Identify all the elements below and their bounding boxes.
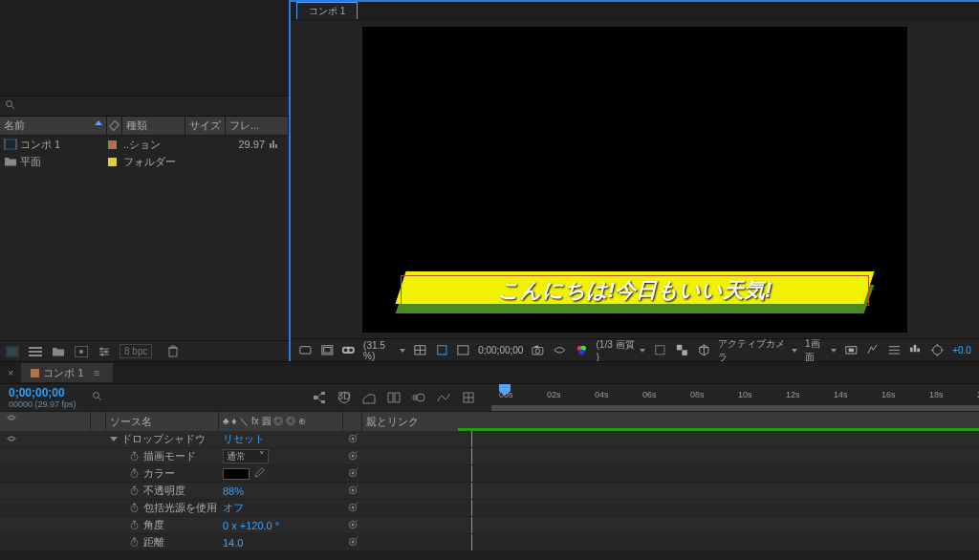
vr-icon[interactable] bbox=[341, 343, 356, 358]
mask-icon[interactable] bbox=[435, 343, 449, 358]
col-tag[interactable] bbox=[107, 117, 122, 135]
motionblur-icon[interactable] bbox=[411, 390, 426, 405]
safe-zones-icon[interactable] bbox=[413, 343, 427, 358]
transparency-icon[interactable] bbox=[675, 343, 689, 358]
resolution-select[interactable]: (1/3 画質 ) bbox=[597, 338, 646, 362]
new-comp-icon[interactable] bbox=[74, 344, 89, 359]
col-fps[interactable]: フレ... bbox=[226, 117, 289, 135]
svg-rect-31 bbox=[438, 346, 446, 355]
view-select[interactable]: 1画面 bbox=[805, 337, 837, 364]
link-icon[interactable] bbox=[347, 450, 359, 463]
col-size[interactable]: サイズ bbox=[185, 117, 226, 135]
layer-icon[interactable] bbox=[320, 343, 335, 358]
current-time[interactable]: 0;00;00;00 bbox=[478, 345, 523, 355]
tab-menu-icon[interactable]: ≡ bbox=[94, 367, 99, 378]
mode-select[interactable]: 通常 ˅ bbox=[223, 449, 269, 463]
source-header[interactable]: ソース名 bbox=[106, 412, 219, 431]
prop-value[interactable]: オフ bbox=[223, 501, 244, 515]
timeline-icon[interactable] bbox=[887, 343, 902, 358]
camera-select[interactable]: アクティブカメラ bbox=[718, 337, 797, 364]
stopwatch-icon[interactable] bbox=[129, 520, 140, 530]
viewer-tab[interactable]: コンポ 1 bbox=[296, 2, 358, 19]
property-row[interactable]: 描画モード通常 ˅ bbox=[0, 448, 979, 465]
project-item-comp[interactable]: コンポ 1 ..ション 29.97 bbox=[0, 136, 289, 153]
project-search-input[interactable] bbox=[20, 100, 284, 112]
link-icon[interactable] bbox=[347, 467, 359, 481]
col-name[interactable]: 名前 bbox=[0, 117, 107, 135]
timeline-tab[interactable]: コンポ 1 ≡ bbox=[21, 363, 113, 382]
av-header[interactable] bbox=[0, 412, 91, 431]
reset-exposure-icon[interactable] bbox=[930, 343, 945, 358]
property-row[interactable]: 角度0 x +120.0 ° bbox=[0, 517, 979, 534]
link-icon[interactable] bbox=[347, 519, 359, 532]
telop-graphic[interactable]: こんにちは!今日もいい天気! bbox=[401, 268, 869, 313]
visibility-icon[interactable] bbox=[6, 433, 17, 446]
property-row[interactable]: カラー bbox=[0, 465, 979, 483]
svg-line-57 bbox=[317, 398, 321, 402]
viewer-canvas[interactable]: こんにちは!今日もいい天気! bbox=[291, 21, 979, 338]
stopwatch-icon[interactable] bbox=[129, 468, 140, 479]
timeline-ruler-area[interactable]: 00s02s04s06s08s10s12s14s16s18s20s bbox=[491, 384, 979, 411]
work-area[interactable] bbox=[491, 405, 979, 411]
telop-text[interactable]: こんにちは!今日もいい天気! bbox=[401, 275, 869, 306]
stopwatch-icon[interactable] bbox=[129, 537, 140, 548]
folder-icon[interactable] bbox=[51, 344, 66, 359]
frameblend-icon[interactable] bbox=[386, 390, 402, 405]
color-chip[interactable] bbox=[223, 468, 250, 480]
effect-row[interactable]: ドロップシャドウ リセット bbox=[0, 431, 979, 448]
time-icon[interactable] bbox=[456, 343, 470, 358]
project-item-folder[interactable]: 平面 フォルダー bbox=[0, 153, 289, 170]
svg-point-15 bbox=[79, 350, 83, 354]
link-icon[interactable] bbox=[347, 485, 359, 498]
prop-value[interactable]: 0 x +120.0 ° bbox=[223, 520, 279, 531]
composition-view[interactable]: こんにちは!今日もいい天気! bbox=[362, 27, 907, 333]
link-icon[interactable] bbox=[347, 502, 359, 515]
eyedropper-icon[interactable] bbox=[253, 467, 265, 481]
channel-icon[interactable] bbox=[575, 343, 589, 358]
snapshot-icon[interactable] bbox=[531, 343, 545, 358]
exposure-value[interactable]: +0.0 bbox=[952, 345, 971, 355]
draft3d-icon[interactable]: 3D bbox=[337, 390, 352, 405]
list-view-icon[interactable] bbox=[28, 344, 43, 359]
num-header[interactable] bbox=[91, 412, 106, 431]
show-snapshot-icon[interactable] bbox=[553, 343, 567, 358]
parent-header[interactable]: 親とリンク bbox=[362, 415, 458, 429]
close-tab-icon[interactable]: × bbox=[4, 367, 17, 378]
svg-point-89 bbox=[352, 488, 355, 491]
brainstorm-icon[interactable] bbox=[461, 390, 476, 405]
zoom-select[interactable]: (31.5 %) bbox=[363, 340, 405, 361]
link-icon[interactable] bbox=[347, 536, 359, 549]
item-tag[interactable] bbox=[108, 140, 123, 149]
prop-value[interactable]: 14.0 bbox=[223, 537, 243, 549]
3d-icon[interactable] bbox=[697, 343, 711, 358]
item-tag[interactable] bbox=[108, 158, 123, 166]
prop-value[interactable]: 88% bbox=[223, 485, 244, 497]
graph-editor-icon[interactable] bbox=[436, 390, 451, 405]
switches-header[interactable]: ♣ ♦ ＼ fx 圓 ◎ ◎ ⊕ bbox=[219, 412, 343, 431]
bit-depth[interactable]: 8 bpc bbox=[120, 344, 152, 358]
fast-preview-icon[interactable] bbox=[865, 343, 880, 358]
timeline-search[interactable] bbox=[92, 391, 207, 404]
col-type[interactable]: 種類 bbox=[122, 117, 185, 135]
comp-mini-flowchart-icon[interactable] bbox=[312, 390, 327, 405]
trash-icon[interactable] bbox=[165, 344, 181, 359]
settings-icon[interactable] bbox=[97, 344, 112, 359]
always-preview-icon[interactable] bbox=[298, 343, 313, 358]
shy-icon[interactable] bbox=[361, 390, 377, 405]
property-row[interactable]: 距離14.0 bbox=[0, 534, 979, 551]
twirl-icon[interactable] bbox=[110, 437, 118, 442]
stopwatch-icon[interactable] bbox=[129, 451, 140, 462]
interpret-icon[interactable] bbox=[5, 344, 20, 359]
stopwatch-icon[interactable] bbox=[129, 485, 140, 496]
preset-icon bbox=[269, 139, 279, 151]
link-header[interactable] bbox=[343, 412, 362, 431]
timecode-display[interactable]: 0;00;00;00 00000 (29.97 fps) bbox=[0, 386, 92, 409]
roi-icon[interactable] bbox=[653, 343, 667, 358]
property-row[interactable]: 包括光源を使用オフ bbox=[0, 500, 979, 517]
reset-link[interactable]: リセット bbox=[223, 432, 265, 446]
flowchart-icon[interactable] bbox=[909, 343, 924, 358]
stopwatch-icon[interactable] bbox=[129, 503, 140, 513]
property-row[interactable]: 不透明度88% bbox=[0, 483, 979, 500]
pixel-aspect-icon[interactable] bbox=[844, 343, 859, 358]
link-icon[interactable] bbox=[347, 433, 359, 446]
